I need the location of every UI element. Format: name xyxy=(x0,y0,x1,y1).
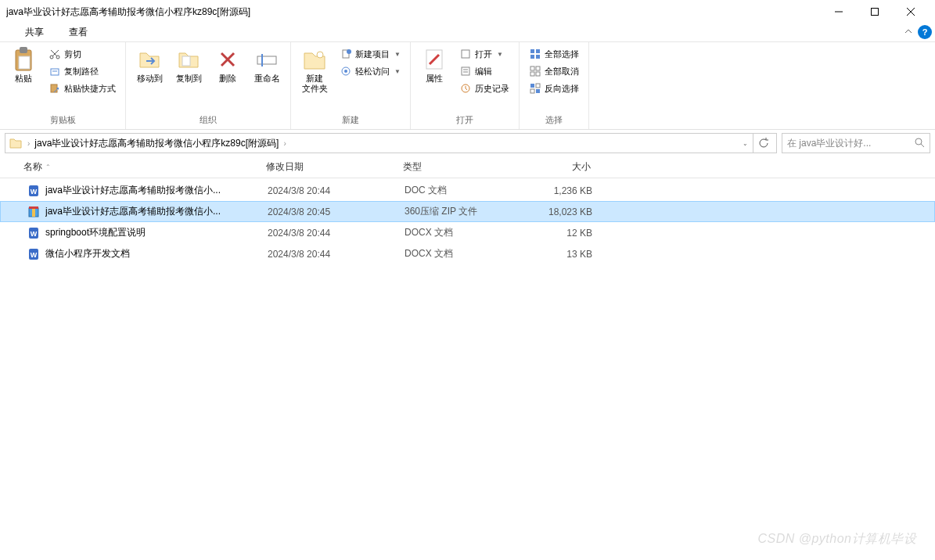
svg-text:W: W xyxy=(31,188,38,196)
breadcrumb-separator[interactable]: › xyxy=(24,139,33,148)
file-type: DOCX 文档 xyxy=(405,247,522,260)
file-icon xyxy=(27,205,41,219)
copypath-icon xyxy=(49,65,61,77)
address-box[interactable]: › java毕业设计好志愿高考辅助报考微信小程序kz89c[附源码] › ⌄ xyxy=(5,133,777,153)
column-header-date[interactable]: 修改日期 xyxy=(266,160,403,174)
file-date: 2024/3/8 20:44 xyxy=(268,228,405,239)
newfolder-button[interactable]: 新建 文件夹 xyxy=(297,45,332,95)
menu-share[interactable]: 共享 xyxy=(13,24,56,41)
open-button[interactable]: 打开▼ xyxy=(456,47,512,61)
file-name: java毕业设计好志愿高考辅助报考微信小... xyxy=(45,184,268,197)
file-type: DOC 文档 xyxy=(405,184,522,197)
svg-rect-36 xyxy=(536,66,540,70)
pasteshortcut-button[interactable]: 粘贴快捷方式 xyxy=(45,81,119,95)
cut-button[interactable]: 剪切 xyxy=(45,47,119,61)
file-icon: W xyxy=(27,247,41,261)
refresh-button[interactable] xyxy=(753,133,773,153)
help-icon[interactable]: ? xyxy=(918,25,932,39)
invert-button[interactable]: 反向选择 xyxy=(526,81,582,95)
menubar: 共享 查看 ? xyxy=(0,23,935,42)
search-box[interactable]: 在 java毕业设计好... xyxy=(782,133,930,153)
invert-icon xyxy=(529,82,541,95)
copyto-button[interactable]: 复制到 xyxy=(171,45,206,85)
properties-button[interactable]: 属性 xyxy=(417,45,451,85)
window-title: java毕业设计好志愿高考辅助报考微信小程序kz89c[附源码] xyxy=(6,5,821,19)
selectall-icon xyxy=(529,48,541,60)
file-row[interactable]: W微信小程序开发文档2024/3/8 20:44DOCX 文档13 KB xyxy=(0,243,935,264)
address-bar: › java毕业设计好志愿高考辅助报考微信小程序kz89c[附源码] › ⌄ 在… xyxy=(0,130,935,156)
copypath-button[interactable]: 复制路径 xyxy=(45,64,119,78)
edit-icon xyxy=(459,65,472,77)
column-header-name[interactable]: 名称⌃ xyxy=(23,160,266,174)
watermark: CSDN @python计算机毕设 xyxy=(757,531,916,547)
svg-rect-39 xyxy=(530,84,534,88)
svg-rect-18 xyxy=(257,56,276,64)
svg-point-24 xyxy=(344,70,347,73)
selectnone-icon xyxy=(529,65,541,77)
svg-rect-37 xyxy=(530,72,534,76)
svg-text:W: W xyxy=(31,230,38,238)
sort-indicator-icon: ⌃ xyxy=(45,163,51,171)
file-name: java毕业设计好志愿高考辅助报考微信小... xyxy=(45,205,268,218)
svg-rect-32 xyxy=(536,49,540,53)
svg-rect-41 xyxy=(530,89,534,93)
paste-icon xyxy=(11,47,36,72)
moveto-icon xyxy=(137,47,162,72)
moveto-button[interactable]: 移动到 xyxy=(132,45,167,85)
svg-rect-13 xyxy=(51,84,57,92)
address-dropdown-icon[interactable]: ⌄ xyxy=(738,140,753,147)
file-type: 360压缩 ZIP 文件 xyxy=(405,205,522,218)
newitem-icon xyxy=(340,48,352,60)
titlebar: java毕业设计好志愿高考辅助报考微信小程序kz89c[附源码] xyxy=(0,0,935,23)
file-date: 2024/3/8 20:44 xyxy=(268,185,405,196)
maximize-button[interactable] xyxy=(857,1,893,23)
ribbon-group-organize: 移动到 复制到 删除 重命名 组织 xyxy=(126,42,291,129)
file-row[interactable]: Wjava毕业设计好志愿高考辅助报考微信小...2024/3/8 20:44DO… xyxy=(0,180,935,201)
paste-button[interactable]: 粘贴 xyxy=(6,45,41,85)
column-header-type[interactable]: 类型 xyxy=(403,160,520,174)
svg-line-44 xyxy=(921,144,924,147)
edit-button[interactable]: 编辑 xyxy=(456,64,512,78)
easyaccess-button[interactable]: 轻松访问▼ xyxy=(336,64,404,78)
column-header-size[interactable]: 大小 xyxy=(520,160,591,174)
svg-rect-11 xyxy=(51,69,59,75)
shortcut-icon xyxy=(49,82,61,95)
easyaccess-icon xyxy=(340,65,352,77)
chevron-down-icon: ▼ xyxy=(394,68,401,75)
search-placeholder: 在 java毕业设计好... xyxy=(787,137,914,150)
menu-view[interactable]: 查看 xyxy=(56,24,100,41)
svg-text:W: W xyxy=(31,251,38,259)
file-date: 2024/3/8 20:45 xyxy=(268,206,405,217)
search-icon xyxy=(914,137,925,150)
selectall-button[interactable]: 全部选择 xyxy=(526,47,582,61)
file-icon: W xyxy=(27,184,41,198)
breadcrumb-item[interactable]: java毕业设计好志愿高考辅助报考微信小程序kz89c[附源码] xyxy=(33,137,280,150)
expand-ribbon-icon[interactable] xyxy=(904,27,913,38)
ribbon: 粘贴 剪切 复制路径 粘贴快捷方式 剪贴板 移动到 复制到 删除 xyxy=(0,42,935,130)
svg-rect-34 xyxy=(536,55,540,59)
svg-rect-5 xyxy=(20,47,27,53)
history-button[interactable]: 历史记录 xyxy=(456,81,512,95)
svg-rect-15 xyxy=(182,56,190,66)
svg-rect-40 xyxy=(536,84,540,88)
rename-button[interactable]: 重命名 xyxy=(250,45,284,85)
minimize-button[interactable] xyxy=(821,1,857,23)
file-row[interactable]: Wspringboot环境配置说明2024/3/8 20:44DOCX 文档12… xyxy=(0,222,935,243)
delete-icon xyxy=(215,47,240,72)
close-button[interactable] xyxy=(893,1,929,23)
newitem-button[interactable]: 新建项目▼ xyxy=(336,47,404,61)
scissors-icon xyxy=(49,48,61,60)
delete-button[interactable]: 删除 xyxy=(210,45,245,85)
svg-point-20 xyxy=(317,52,323,58)
file-row[interactable]: java毕业设计好志愿高考辅助报考微信小...2024/3/8 20:45360… xyxy=(0,201,935,222)
column-header-row: 名称⌃ 修改日期 类型 大小 xyxy=(0,156,935,178)
svg-rect-38 xyxy=(536,72,540,76)
svg-rect-1 xyxy=(872,9,879,16)
file-list: Wjava毕业设计好志愿高考辅助报考微信小...2024/3/8 20:44DO… xyxy=(0,178,935,264)
rename-icon xyxy=(254,47,279,72)
svg-rect-6 xyxy=(19,56,30,69)
file-name: springboot环境配置说明 xyxy=(45,226,268,239)
history-icon xyxy=(459,82,472,95)
breadcrumb-separator[interactable]: › xyxy=(280,139,289,148)
selectnone-button[interactable]: 全部取消 xyxy=(526,64,582,78)
